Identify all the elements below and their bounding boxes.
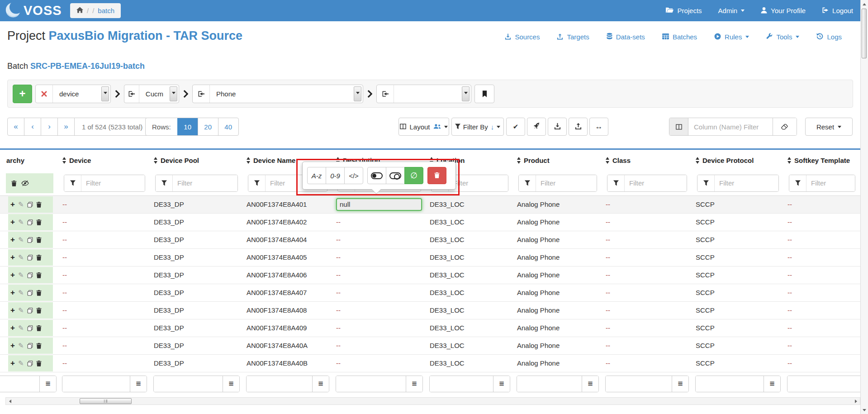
column-header-softkey-template[interactable]: Softkey Template xyxy=(784,150,860,171)
edit-row-icon[interactable]: ✎ xyxy=(18,360,24,366)
filter-input-device-pool[interactable] xyxy=(173,175,237,191)
delete-row-icon[interactable] xyxy=(36,325,42,331)
scroll-down-arrow[interactable] xyxy=(861,406,868,414)
filter-input-device[interactable] xyxy=(81,175,145,191)
level-3-select[interactable] xyxy=(376,85,471,103)
column-filter-input[interactable] xyxy=(688,118,773,135)
horizontal-scroll-thumb[interactable] xyxy=(80,398,132,404)
subnav-item-targets[interactable]: Targets xyxy=(557,33,589,41)
hamburger-menu-icon[interactable]: ≡ xyxy=(312,376,329,392)
eraser-icon[interactable] xyxy=(773,118,797,135)
layout-button[interactable]: Layout xyxy=(398,118,449,136)
delete-row-icon[interactable] xyxy=(36,201,42,208)
last-page-button[interactable]: » xyxy=(58,118,75,135)
horizontal-scrollbar[interactable] xyxy=(5,397,860,405)
delete-row-icon[interactable] xyxy=(36,272,42,278)
hamburger-menu-icon[interactable]: ≡ xyxy=(582,376,598,392)
edit-row-icon[interactable]: ✎ xyxy=(18,236,24,243)
copy-row-icon[interactable] xyxy=(27,201,33,208)
footer-summary-input[interactable] xyxy=(247,376,312,392)
batch-name[interactable]: SRC-PB-EMEA-16Jul19-batch xyxy=(30,62,145,71)
hamburger-menu-icon[interactable]: ≡ xyxy=(493,376,510,392)
edit-row-icon[interactable]: ✎ xyxy=(18,271,24,278)
delete-row-icon[interactable] xyxy=(36,237,42,243)
run-button[interactable] xyxy=(527,118,546,136)
hamburger-menu-icon[interactable]: ≡ xyxy=(764,376,780,392)
code-value-button[interactable]: </> xyxy=(344,167,363,184)
delete-filters-trash-icon[interactable] xyxy=(11,180,17,186)
delete-row-icon[interactable] xyxy=(36,360,42,366)
navbar-item-your-profile[interactable]: Your Profile xyxy=(761,7,806,15)
set-null-button[interactable]: ∅ xyxy=(404,167,423,184)
subnav-item-sources[interactable]: Sources xyxy=(505,33,540,41)
filter-by-button[interactable]: Filter By ↓ xyxy=(451,118,504,136)
remove-icon[interactable] xyxy=(36,85,53,103)
footer-summary-input[interactable] xyxy=(62,376,130,392)
edit-row-icon[interactable]: ✎ xyxy=(18,307,24,314)
copy-row-icon[interactable] xyxy=(27,360,33,366)
add-row-icon[interactable]: + xyxy=(10,218,15,226)
add-row-icon[interactable]: + xyxy=(10,306,15,314)
subnav-item-logs[interactable]: Logs xyxy=(816,33,842,41)
edit-row-icon[interactable]: ✎ xyxy=(18,201,24,208)
add-row-icon[interactable]: + xyxy=(10,324,15,332)
column-header-device-protocol[interactable]: Device Protocol xyxy=(692,150,784,171)
add-row-icon[interactable]: + xyxy=(10,271,15,279)
footer-summary-input[interactable] xyxy=(0,376,39,392)
copy-row-icon[interactable] xyxy=(27,237,33,243)
footer-summary-input[interactable] xyxy=(787,376,860,392)
delete-value-button[interactable] xyxy=(427,167,446,184)
subnav-item-rules[interactable]: Rules xyxy=(714,33,749,41)
add-row-icon[interactable]: + xyxy=(10,289,15,296)
select-arrow[interactable] xyxy=(101,86,109,101)
column-header-device[interactable]: Device xyxy=(59,150,150,171)
filter-input-softkey-template[interactable] xyxy=(806,175,855,191)
export-button[interactable] xyxy=(569,118,588,136)
edit-row-icon[interactable]: ✎ xyxy=(18,289,24,296)
description-edit-input[interactable] xyxy=(336,198,422,211)
filter-input-class[interactable] xyxy=(625,175,687,191)
footer-summary-input[interactable] xyxy=(696,376,764,392)
scroll-up-arrow[interactable] xyxy=(861,0,868,8)
rows-option-10[interactable]: 10 xyxy=(177,118,198,135)
add-row-icon[interactable]: + xyxy=(10,342,15,349)
first-page-button[interactable]: « xyxy=(8,118,24,135)
scroll-right-arrow[interactable] xyxy=(852,398,860,404)
footer-summary-input[interactable] xyxy=(517,376,582,392)
alpha-value-button[interactable]: A-z xyxy=(307,167,326,184)
sign-in-icon[interactable] xyxy=(124,85,139,103)
vertical-scrollbar[interactable] xyxy=(860,0,868,414)
filter-input-device-protocol[interactable] xyxy=(715,175,778,191)
subnav-item-data-sets[interactable]: Data-sets xyxy=(607,33,645,41)
hamburger-menu-icon[interactable]: ≡ xyxy=(406,376,422,392)
sign-in-icon[interactable] xyxy=(377,85,394,103)
next-page-button[interactable]: › xyxy=(41,118,58,135)
edit-row-icon[interactable]: ✎ xyxy=(18,219,24,225)
previous-page-button[interactable]: ‹ xyxy=(24,118,41,135)
subnav-item-batches[interactable]: Batches xyxy=(662,33,697,41)
copy-row-icon[interactable] xyxy=(27,272,33,278)
filter-input-location[interactable] xyxy=(449,175,508,191)
copy-row-icon[interactable] xyxy=(27,343,33,349)
navbar-item-logout[interactable]: Logout xyxy=(822,7,853,15)
delete-row-icon[interactable] xyxy=(36,254,42,261)
reset-button[interactable]: Reset xyxy=(805,118,853,136)
level-1-select[interactable]: Cucm xyxy=(124,85,179,103)
delete-row-icon[interactable] xyxy=(36,219,42,225)
hamburger-menu-icon[interactable]: ≡ xyxy=(223,376,239,392)
numeric-value-button[interactable]: 0-9 xyxy=(326,167,345,184)
edit-row-icon[interactable]: ✎ xyxy=(18,342,24,349)
expand-columns-button[interactable]: ↔ xyxy=(589,118,608,136)
rows-option-40[interactable]: 40 xyxy=(218,118,238,135)
toggle-on-button[interactable] xyxy=(367,167,386,184)
hamburger-menu-icon[interactable]: ≡ xyxy=(39,376,56,392)
delete-row-icon[interactable] xyxy=(36,307,42,314)
sign-in-icon[interactable] xyxy=(193,85,210,103)
copy-row-icon[interactable] xyxy=(27,219,33,225)
add-selector-button[interactable]: + xyxy=(13,85,32,103)
column-header-product[interactable]: Product xyxy=(513,150,602,171)
apply-button[interactable]: ✔ xyxy=(506,118,525,136)
subnav-item-tools[interactable]: Tools xyxy=(766,33,799,41)
level-2-select[interactable]: Phone xyxy=(192,85,363,103)
add-row-icon[interactable]: + xyxy=(10,253,15,261)
